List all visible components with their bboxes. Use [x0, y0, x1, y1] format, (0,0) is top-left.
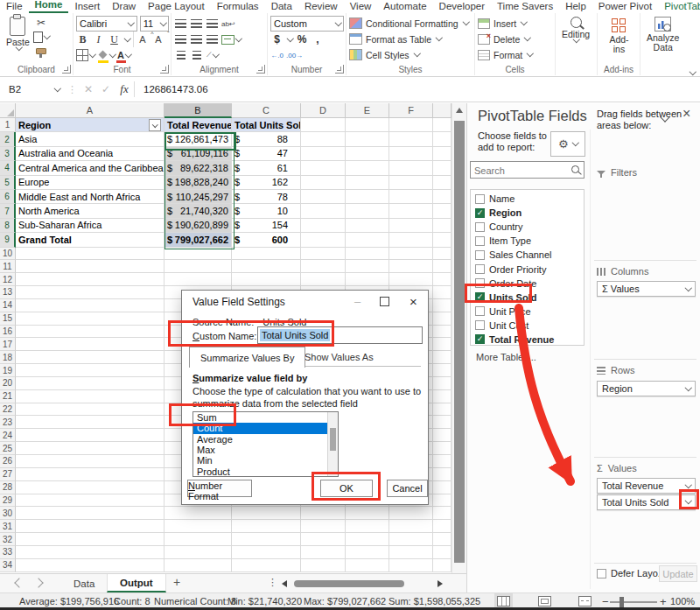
ribbon-tab-help[interactable]: Help [559, 1, 592, 13]
chevron-down-icon[interactable] [684, 384, 691, 391]
cell[interactable] [16, 429, 164, 442]
cell[interactable] [16, 481, 164, 494]
row-header[interactable]: 3 [0, 147, 16, 161]
search-input[interactable] [472, 163, 568, 179]
cell[interactable] [389, 260, 433, 273]
conditional-formatting-button[interactable]: Conditional Formatting [349, 16, 472, 31]
insert-function-icon[interactable]: fx [115, 82, 134, 96]
cell[interactable]: $198,828,240 [164, 176, 232, 190]
cell[interactable] [433, 273, 452, 286]
cell[interactable] [16, 273, 164, 286]
cell[interactable]: $190,620,899 [164, 219, 232, 233]
columns-area-item[interactable]: Σ Values [597, 281, 696, 297]
alignment-dialog-launcher-icon[interactable] [256, 65, 265, 74]
cell[interactable] [389, 147, 433, 161]
number-dialog-launcher-icon[interactable] [335, 65, 344, 74]
cell[interactable] [16, 260, 164, 273]
vertical-scrollbar-thumb[interactable] [454, 121, 465, 563]
row-header[interactable]: 33 [0, 546, 16, 559]
defer-layout-checkbox[interactable] [597, 569, 606, 578]
status-numericalcount[interactable]: Numerical Count: 8 [154, 596, 236, 606]
align-right-button[interactable] [206, 32, 219, 46]
cell[interactable] [389, 118, 433, 132]
cancel-entry-icon[interactable]: ✕ [80, 83, 97, 95]
cell[interactable] [433, 546, 452, 559]
cell[interactable] [346, 233, 389, 247]
cell[interactable] [389, 132, 433, 146]
cell[interactable] [389, 520, 433, 533]
cell[interactable] [301, 190, 346, 204]
font-size-select[interactable]: 11 [140, 16, 169, 32]
cell[interactable] [433, 338, 452, 351]
cell[interactable]: $21,740,320 [164, 204, 232, 218]
cell[interactable] [16, 364, 164, 377]
cell[interactable] [389, 546, 433, 559]
cell[interactable]: $47 [232, 147, 301, 161]
cell[interactable] [16, 468, 164, 481]
cancel-button[interactable]: Cancel [387, 480, 428, 497]
cell[interactable] [433, 377, 452, 390]
borders-button[interactable] [76, 48, 95, 62]
cell[interactable] [301, 520, 346, 533]
row-header[interactable]: 27 [0, 468, 16, 481]
format-cells-button[interactable]: Format [478, 47, 553, 62]
cell[interactable]: $126,861,473 [164, 132, 232, 146]
cell[interactable]: Middle East and North Africa [16, 190, 164, 204]
listbox-scrollbar-thumb[interactable] [330, 428, 336, 451]
field-checkbox[interactable] [475, 264, 485, 274]
cell[interactable] [433, 351, 452, 364]
cell[interactable] [346, 132, 389, 146]
cell[interactable] [232, 507, 301, 520]
cell[interactable] [433, 299, 452, 312]
zoom-out-button[interactable]: − [602, 595, 609, 608]
cell[interactable]: $89,622,318 [164, 161, 232, 175]
row-header[interactable]: 7 [0, 204, 16, 218]
cell[interactable] [16, 507, 164, 520]
row-header[interactable]: 23 [0, 416, 16, 429]
cell[interactable] [301, 132, 346, 146]
rows-area-item[interactable]: Region [597, 381, 696, 396]
field-checkbox[interactable] [475, 306, 485, 316]
align-bottom-button[interactable] [206, 17, 219, 31]
cell[interactable]: $78 [232, 190, 301, 204]
cut-button[interactable]: ✂ [33, 16, 50, 30]
formula-bar-splitter[interactable]: ⋮ [67, 84, 77, 95]
cell[interactable] [346, 190, 389, 204]
increase-indent-button[interactable] [190, 48, 203, 62]
zoom-level[interactable]: 100% [670, 596, 695, 606]
ribbon-tab-formulas[interactable]: Formulas [211, 1, 265, 13]
calculation-option-max[interactable]: Max [193, 445, 338, 455]
cell[interactable] [346, 147, 389, 161]
column-header[interactable]: A [16, 103, 164, 118]
row-header[interactable]: 26 [0, 455, 16, 468]
column-header[interactable] [433, 103, 452, 118]
row-header[interactable]: 10 [0, 248, 16, 261]
cell[interactable] [16, 286, 164, 299]
normal-view-button[interactable] [497, 596, 510, 606]
cell[interactable] [232, 248, 301, 261]
cell[interactable] [346, 533, 389, 546]
wrap-text-button[interactable]: ab↩ [221, 17, 235, 31]
cell[interactable] [16, 351, 164, 364]
delete-cells-button[interactable]: Delete [478, 32, 553, 46]
cell[interactable] [16, 312, 164, 326]
cell[interactable] [389, 219, 433, 233]
accounting-format-button[interactable]: $ [270, 32, 284, 46]
cell[interactable] [433, 559, 452, 572]
increase-font-button[interactable]: A^ [136, 32, 150, 46]
chevron-down-icon[interactable] [684, 481, 691, 488]
ribbon-tab-insert[interactable]: Insert [68, 1, 106, 13]
calculation-option-average[interactable]: Average [193, 434, 338, 445]
ribbon-tab-pivottable-analyze[interactable]: PivotTable Analyze [658, 1, 700, 13]
align-left-button[interactable] [174, 32, 187, 46]
font-color-button[interactable]: A [117, 48, 130, 62]
cell[interactable] [433, 429, 452, 442]
sheet-tab-output[interactable]: Output [107, 574, 166, 592]
tab-summarize-values-by[interactable]: Summarize Values By [189, 347, 305, 368]
cell[interactable] [389, 533, 433, 546]
calculation-option-product[interactable]: Product [193, 466, 338, 476]
row-header[interactable]: 32 [0, 533, 16, 546]
confirm-entry-icon[interactable]: ✓ [97, 83, 115, 95]
cell[interactable] [346, 248, 389, 261]
row-header[interactable]: 24 [0, 429, 16, 442]
